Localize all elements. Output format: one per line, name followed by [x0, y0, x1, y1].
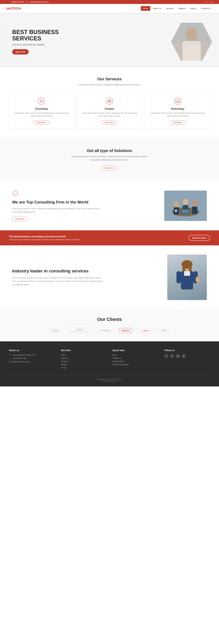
services-grid: Consulting Lorem ipsum dolor sit amet, c…: [9, 92, 210, 128]
clients-section: Our Clients Squals GLASFITWho Like, Who …: [0, 309, 219, 341]
phone-footer-icon: 📞: [9, 357, 12, 360]
email-icon: ✉: [26, 1, 28, 3]
industry-title: Industry leader in consulting services: [12, 268, 105, 274]
location-icon: 📍: [9, 354, 12, 356]
team-svg: [164, 190, 207, 221]
email-address: info@yourdomain.com: [30, 1, 49, 3]
footer-link-home[interactable]: Home: [61, 354, 106, 356]
footer-link-contact[interactable]: Contact Us: [113, 357, 158, 359]
phone-icon: 📞: [6, 1, 8, 3]
cta-main-text: The best business consultancy services i…: [9, 235, 80, 238]
hero-image-area: [113, 22, 213, 62]
client-logo-atlassian: ✳ Atlassian: [98, 328, 113, 333]
facebook-icon[interactable]: f: [205, 1, 205, 3]
footer-link-services[interactable]: Services: [61, 360, 106, 362]
footer-email[interactable]: ✉ info@yourdomain.com: [9, 361, 55, 363]
service-btn-finance[interactable]: Read More: [102, 120, 117, 125]
footer-grid: Reach us 📍 #123, Manhatt 7 Avenu, NYC 📞 …: [9, 349, 210, 370]
email-footer-icon: ✉: [9, 361, 11, 363]
nav-blog[interactable]: Blog ▾: [188, 6, 198, 11]
hero-image-container: [170, 22, 213, 62]
cta-banner: The best business consultancy services i…: [0, 230, 219, 246]
twitter-icon[interactable]: t: [210, 1, 210, 3]
svg-point-41: [195, 276, 200, 282]
svg-marker-0: [0, 30, 12, 40]
footer-facebook-icon[interactable]: f: [164, 354, 168, 358]
nav-about[interactable]: About Us: [151, 6, 163, 11]
svg-point-26: [183, 198, 188, 205]
service-card-finance: Finance Lorem ipsum dolor sit amet, cons…: [77, 92, 142, 128]
nav-services[interactable]: Services: [164, 6, 176, 11]
footer-link-terms[interactable]: Terms & Conditions: [113, 364, 158, 366]
footer-twitter-icon[interactable]: t: [170, 354, 174, 358]
hero-cta-button[interactable]: Quick Call: [12, 49, 29, 54]
svg-marker-4: [0, 62, 6, 68]
instagram-icon[interactable]: ◻: [207, 1, 208, 3]
solutions-title: Get all type of Solutions: [9, 148, 210, 153]
top-bar: 📞 +1(245-678-180 ✉ info@yourdomain.com f…: [0, 0, 219, 4]
svg-point-19: [177, 100, 178, 101]
footer-google-icon[interactable]: g: [182, 354, 186, 358]
footer-follow-us: Follow us f t in g: [164, 349, 210, 370]
consulting-image: [114, 190, 207, 221]
top-bar-social: f ◻ t p: [205, 1, 213, 3]
svg-rect-38: [184, 271, 190, 276]
footer-link-about[interactable]: About Us: [61, 357, 106, 359]
footer-theme-credit: Bootstrap Theme by WebThemes: [97, 378, 122, 380]
footer-bottom: Bootstrap Theme by WebThemes © All Right…: [9, 376, 210, 382]
svg-rect-11: [171, 23, 212, 41]
footer-social-icons: f t in g: [164, 354, 210, 358]
client-logo-oracle: ORACLE: [119, 328, 133, 333]
nav-contact[interactable]: Contact Us: [199, 6, 213, 11]
svg-point-17: [174, 98, 181, 104]
services-header: Our Services Lorem ipsum dolor sit amet,…: [9, 77, 210, 86]
footer-linkedin-icon[interactable]: in: [176, 354, 180, 358]
svg-point-24: [174, 201, 179, 208]
top-bar-contact: 📞 +1(245-678-180 ✉ info@yourdomain.com: [6, 1, 49, 3]
footer-link-portfolio[interactable]: Portfolio: [61, 364, 106, 366]
svg-rect-39: [176, 271, 181, 283]
logo-uni: Uni: [6, 6, 12, 10]
service-text-consulting: Lorem ipsum dolor sit amet, consect adip…: [13, 112, 70, 118]
client-logo-squals: Squals: [49, 328, 61, 333]
cta-sub-text: There are many variations of passages of…: [9, 238, 80, 241]
consulting-btn[interactable]: Read More: [12, 217, 28, 221]
footer-phone[interactable]: 📞 +1/1234-567-887: [9, 357, 55, 360]
service-name-technology: Technology: [149, 108, 206, 110]
service-text-finance: Lorem ipsum dolor sit amet, consect adip…: [81, 112, 138, 118]
industry-person-image: [167, 254, 207, 300]
svg-point-13: [41, 99, 42, 101]
service-card-consulting: Consulting Lorem ipsum dolor sit amet, c…: [9, 92, 74, 128]
footer-link-privacy[interactable]: Privacy Policy: [113, 360, 158, 362]
clients-title: Our Clients: [9, 317, 210, 322]
cta-text: The best business consultancy services i…: [9, 235, 80, 241]
svg-marker-1: [0, 40, 6, 51]
technology-icon: [173, 97, 182, 106]
consulting-team-image: [164, 190, 207, 221]
nav-pages[interactable]: Pages ▾: [176, 6, 188, 11]
logo-tech: TECH: [12, 6, 21, 10]
client-logo-airbnb: ⌂ airbnb: [139, 328, 151, 333]
hero-section: BEST BUSINESS SERVICES Lets Grow Your Bu…: [0, 13, 219, 68]
svg-rect-29: [192, 206, 197, 214]
logo: UniTECH: [6, 6, 21, 10]
cta-request-quote-button[interactable]: Request Quote: [188, 235, 210, 241]
services-title: Our Services: [9, 77, 210, 82]
clients-logos-grid: Squals GLASFITWho Like, Who Likes, Desig…: [9, 328, 210, 334]
service-btn-technology[interactable]: Read More: [170, 120, 185, 125]
consulting-section: We are Top Consulting Firm in the World …: [0, 181, 219, 230]
pinterest-icon[interactable]: p: [212, 1, 213, 3]
service-card-technology: Technology Lorem ipsum dolor sit amet, c…: [145, 92, 210, 128]
consulting-content: We are Top Consulting Firm in the World …: [12, 190, 105, 221]
solutions-btn[interactable]: Read More: [102, 166, 117, 170]
svg-rect-9: [182, 42, 201, 62]
footer-copyright: © All Rights Reserved: [101, 380, 118, 382]
nav-home[interactable]: Home: [141, 6, 150, 11]
footer-reach-title: Reach us: [9, 349, 55, 352]
nav-links: Home About Us Services Pages ▾ Blog ▾ Co…: [141, 6, 213, 11]
footer-link-blog[interactable]: Blog: [113, 354, 158, 356]
service-btn-consulting[interactable]: Read More: [34, 120, 49, 125]
footer-link-pricing[interactable]: Pricing: [61, 367, 106, 369]
service-name-consulting: Consulting: [13, 108, 70, 110]
footer-address: 📍 #123, Manhatt 7 Avenu, NYC: [9, 354, 55, 356]
